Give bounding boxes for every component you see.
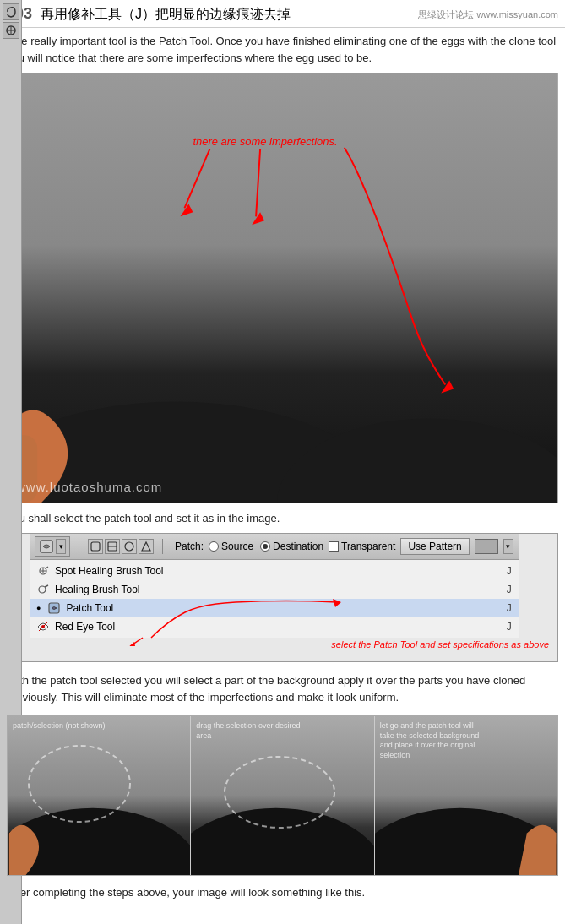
site-label: 思绿设计论坛 www.missyuan.com bbox=[418, 8, 558, 21]
step-label-2: drag the selection over desired area bbox=[196, 721, 306, 741]
tb-icon-1[interactable] bbox=[88, 539, 103, 554]
swatch-dropdown[interactable]: ▾ bbox=[503, 539, 513, 554]
healing-brush-label: Healing Brush Tool bbox=[55, 584, 140, 595]
step-panel-2: drag the selection over desired area bbox=[191, 716, 374, 875]
patch-tool-label: Patch Tool bbox=[66, 602, 113, 614]
annotation-arrows: there are some imperfections. bbox=[8, 73, 557, 503]
healing-brush-side-icon[interactable] bbox=[3, 22, 19, 39]
step-title: 再用修补工具（J）把明显的边缘痕迹去掉 bbox=[41, 6, 291, 24]
svg-point-32 bbox=[225, 757, 334, 828]
healing-brush-key: J bbox=[507, 584, 512, 595]
source-label: Source bbox=[221, 541, 253, 552]
intro-text: One really important tool is the Patch T… bbox=[0, 28, 565, 73]
step-panel-3: let go and the patch tool will take the … bbox=[375, 716, 557, 875]
patch-tool-icon bbox=[47, 601, 61, 615]
separator-1 bbox=[79, 539, 79, 554]
step-label-3: let go and the patch tool will take the … bbox=[380, 721, 490, 761]
page-header: 003 再用修补工具（J）把明显的边缘痕迹去掉 思绿设计论坛 www.missy… bbox=[0, 0, 565, 28]
healing-brush-icon bbox=[36, 583, 50, 596]
svg-marker-5 bbox=[441, 381, 454, 394]
separator-2 bbox=[162, 539, 163, 554]
red-eye-key: J bbox=[507, 621, 512, 633]
toolbar-panel: ▾ bbox=[7, 533, 558, 662]
svg-point-29 bbox=[29, 746, 130, 822]
red-eye-icon bbox=[36, 620, 50, 633]
patch-icon-group[interactable]: ▾ bbox=[35, 536, 70, 557]
patch-tool-icon bbox=[39, 539, 54, 554]
radio-group: Source Destination bbox=[209, 541, 323, 552]
spot-healing-icon bbox=[36, 564, 50, 578]
watermark-main: www.luotaoshuma.com bbox=[16, 480, 162, 494]
use-pattern-button[interactable]: Use Pattern bbox=[400, 538, 469, 555]
tool-spot-healing[interactable]: Spot Healing Brush Tool J bbox=[30, 562, 519, 580]
svg-marker-4 bbox=[252, 212, 264, 225]
lasso-icon[interactable] bbox=[3, 3, 19, 20]
radio-source[interactable]: Source bbox=[209, 541, 253, 552]
svg-marker-24 bbox=[333, 599, 341, 607]
color-swatch[interactable] bbox=[475, 539, 498, 554]
step-bg-1: patch/selection (not shown) bbox=[8, 716, 190, 875]
destination-radio[interactable] bbox=[260, 541, 270, 552]
patch-label: Patch: bbox=[175, 541, 204, 552]
transparent-label: Transparent bbox=[341, 541, 395, 552]
red-eye-label: Red Eye Tool bbox=[55, 621, 115, 633]
svg-point-7 bbox=[277, 418, 557, 503]
tb-icon-2[interactable] bbox=[105, 539, 120, 554]
tool-dropdown-arrow[interactable]: ▾ bbox=[56, 539, 66, 554]
steps-image-container: patch/selection (not shown) bbox=[7, 715, 558, 876]
tb-icon-3[interactable] bbox=[122, 539, 137, 554]
dashed-circle-2 bbox=[216, 750, 343, 834]
source-radio[interactable] bbox=[209, 541, 219, 552]
annotation-bar: select the Patch Tool and set specificat… bbox=[8, 638, 557, 661]
patch-tool-key: J bbox=[507, 602, 512, 614]
svg-point-16 bbox=[125, 542, 133, 551]
final-text: After completing the steps above, your i… bbox=[0, 881, 565, 905]
transparent-checkbox[interactable] bbox=[329, 541, 339, 552]
main-image-bg: there are some imperfections. www.luotao… bbox=[8, 73, 557, 503]
step-label-1: patch/selection (not shown) bbox=[13, 721, 106, 731]
svg-rect-13 bbox=[91, 542, 100, 551]
svg-line-1 bbox=[184, 149, 209, 209]
svg-text:there are some imperfections.: there are some imperfections. bbox=[193, 135, 337, 148]
step-bg-3: let go and the patch tool will take the … bbox=[375, 716, 557, 875]
svg-point-20 bbox=[39, 586, 46, 593]
header-left: 003 再用修补工具（J）把明显的边缘痕迹去掉 bbox=[7, 5, 291, 24]
destination-label: Destination bbox=[273, 541, 323, 552]
select-instruction: You shall select the patch tool and set … bbox=[0, 508, 565, 530]
spot-healing-key: J bbox=[507, 565, 512, 577]
radio-destination[interactable]: Destination bbox=[260, 541, 323, 552]
transparent-checkbox-item[interactable]: Transparent bbox=[329, 541, 395, 552]
step-panel-1: patch/selection (not shown) bbox=[8, 716, 191, 875]
main-image: there are some imperfections. www.luotao… bbox=[7, 73, 558, 503]
step-bg-2: drag the selection over desired area bbox=[191, 716, 373, 875]
description-text: With the patch tool selected you will se… bbox=[0, 667, 565, 712]
spot-healing-label: Spot Healing Brush Tool bbox=[55, 565, 164, 577]
svg-line-3 bbox=[256, 149, 260, 217]
tb-icon-4[interactable] bbox=[139, 539, 154, 554]
annotation-arrow-svg bbox=[117, 595, 371, 646]
toolbar-icons bbox=[88, 539, 154, 554]
selected-dot: ● bbox=[36, 604, 41, 612]
svg-marker-2 bbox=[180, 204, 193, 216]
toolbar-top: ▾ bbox=[30, 534, 519, 560]
dashed-circle-1 bbox=[24, 742, 134, 826]
